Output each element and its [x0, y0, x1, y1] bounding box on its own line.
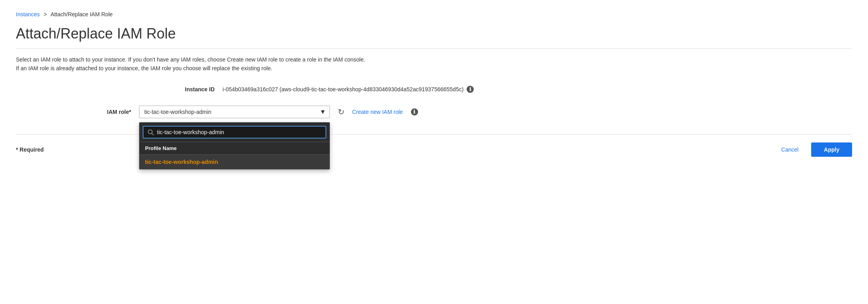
svg-line-1	[152, 133, 153, 135]
instance-id-info-icon[interactable]: ℹ	[467, 86, 474, 93]
iam-role-info-icon[interactable]: ℹ	[411, 108, 418, 115]
page-title: Attach/Replace IAM Role	[16, 25, 852, 49]
iam-role-controls: tic-tac-toe-workshop-admin ▼	[139, 106, 418, 118]
page-description: Select an IAM role to attach to your ins…	[16, 55, 453, 73]
search-icon	[147, 129, 154, 135]
instance-id-label: Instance ID	[119, 86, 223, 92]
dropdown-search-wrapper	[140, 123, 329, 142]
dropdown-column-header: Profile Name	[140, 142, 329, 155]
iam-role-dropdown-wrapper: tic-tac-toe-workshop-admin ▼	[139, 106, 330, 118]
dropdown-search-input[interactable]	[157, 129, 322, 135]
instance-id-value: i-054b03469a316c027 (aws-cloud9-tic-tac-…	[223, 86, 463, 92]
refresh-icon[interactable]: ↻	[335, 106, 347, 118]
footer-actions: Cancel Apply	[775, 142, 852, 157]
description-line2: If an IAM role is already attached to yo…	[16, 64, 453, 73]
breadcrumb-separator: >	[44, 11, 47, 17]
breadcrumb: Instances > Attach/Replace IAM Role	[16, 11, 852, 17]
page-container: Instances > Attach/Replace IAM Role Atta…	[0, 0, 868, 168]
iam-role-dropdown-popup: Profile Name tic-tac-toe-workshop-admin	[139, 122, 330, 169]
instance-id-row: Instance ID i-054b03469a316c027 (aws-clo…	[16, 86, 852, 93]
required-note: * Required	[16, 146, 44, 153]
breadcrumb-instances-link[interactable]: Instances	[16, 11, 40, 17]
apply-button[interactable]: Apply	[811, 142, 852, 157]
description-line1: Select an IAM role to attach to your ins…	[16, 55, 453, 64]
breadcrumb-current: Attach/Replace IAM Role	[50, 11, 112, 17]
dropdown-result-item[interactable]: tic-tac-toe-workshop-admin	[140, 155, 329, 169]
create-new-iam-role-link[interactable]: Create new IAM role	[352, 109, 403, 115]
iam-role-select[interactable]: tic-tac-toe-workshop-admin	[139, 106, 330, 118]
form-section: Instance ID i-054b03469a316c027 (aws-clo…	[16, 86, 852, 118]
iam-role-label: IAM role*	[16, 106, 139, 115]
cancel-button[interactable]: Cancel	[775, 143, 805, 156]
dropdown-search-inner	[143, 126, 326, 139]
iam-role-row: IAM role* tic-tac-toe-workshop-admin ▼	[16, 106, 852, 118]
